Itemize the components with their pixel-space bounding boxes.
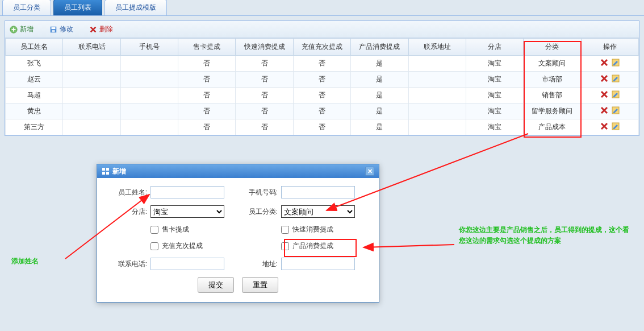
add-button[interactable]: 新增 — [10, 24, 34, 34]
table-cell: 淘宝 — [466, 56, 523, 72]
svg-rect-11 — [102, 172, 105, 175]
table-cell — [63, 72, 120, 88]
column-header: 充值充次提成 — [293, 39, 350, 56]
table-cell — [120, 56, 178, 72]
table-cell — [408, 104, 466, 119]
table-cell: 是 — [351, 72, 408, 88]
employee-table: 员工姓名联系电话手机号售卡提成快速消费提成充值充次提成产品消费提成联系地址分店分… — [5, 38, 639, 135]
row-delete-icon[interactable] — [600, 59, 608, 68]
tab-list[interactable]: 员工列表 — [53, 0, 102, 15]
category-select[interactable]: 文案顾问 — [281, 205, 355, 218]
table-cell — [63, 88, 120, 104]
table-row[interactable]: 赵云否否否是淘宝市场部 — [6, 72, 639, 88]
fast-commission-checkbox[interactable] — [281, 226, 289, 234]
table-cell — [120, 88, 178, 104]
product-commission-checkbox[interactable] — [281, 242, 289, 250]
annotation-right: 你您这边主要是产品销售之后，员工得到的提成，这个看您这边的需求勾选这个提成的方案 — [459, 225, 635, 246]
charge-commission-checkbox[interactable] — [150, 242, 158, 250]
address-input[interactable] — [281, 258, 355, 270]
tab-category[interactable]: 员工分类 — [2, 0, 51, 15]
dialog-titlebar: 新增 ✕ — [97, 164, 379, 178]
table-cell — [120, 104, 178, 119]
svg-rect-2 — [52, 27, 56, 29]
row-delete-icon[interactable] — [600, 106, 608, 116]
column-header: 手机号 — [120, 39, 178, 56]
table-cell: 否 — [293, 119, 350, 135]
column-header: 产品消费提成 — [351, 39, 408, 56]
table-cell: 是 — [351, 119, 408, 135]
row-edit-icon[interactable] — [612, 59, 620, 68]
table-cell: 淘宝 — [466, 72, 523, 88]
table-cell: 否 — [293, 88, 350, 104]
add-dialog: 新增 ✕ 员工姓名: 手机号码: 分店: 淘宝 员工分类: — [97, 164, 379, 303]
operation-cell — [581, 88, 638, 104]
table-row[interactable]: 马超否否否是淘宝销售部 — [6, 88, 639, 104]
table-cell: 否 — [178, 88, 236, 104]
grid-icon — [102, 167, 110, 175]
table-cell: 文案顾问 — [524, 56, 581, 72]
reset-button[interactable]: 重置 — [242, 277, 278, 293]
operation-cell — [581, 104, 638, 119]
row-edit-icon[interactable] — [612, 90, 620, 100]
save-icon — [49, 26, 57, 34]
edit-button[interactable]: 修改 — [49, 24, 73, 34]
row-edit-icon[interactable] — [612, 106, 620, 116]
charge-commission-label: 充值充次提成 — [162, 241, 203, 251]
row-edit-icon[interactable] — [612, 122, 620, 132]
delete-label: 删除 — [99, 24, 113, 34]
table-cell — [120, 119, 178, 135]
delete-button[interactable]: 删除 — [89, 24, 113, 34]
x-icon — [89, 26, 97, 34]
table-cell: 淘宝 — [466, 119, 523, 135]
table-cell: 否 — [178, 119, 236, 135]
shop-label: 分店: — [107, 207, 147, 217]
table-cell: 否 — [293, 104, 350, 119]
submit-button[interactable]: 提交 — [198, 277, 234, 293]
fast-commission-label: 快速消费提成 — [292, 225, 333, 234]
tab-template[interactable]: 员工提成模版 — [104, 0, 167, 15]
dialog-title: 新增 — [112, 167, 126, 176]
svg-rect-10 — [106, 168, 109, 171]
plus-icon — [10, 26, 18, 34]
card-commission-checkbox[interactable] — [150, 226, 158, 234]
table-cell: 马超 — [6, 88, 63, 104]
table-cell: 淘宝 — [466, 88, 523, 104]
table-cell — [408, 56, 466, 72]
column-header: 售卡提成 — [178, 39, 236, 56]
name-label: 员工姓名: — [107, 188, 147, 197]
table-cell — [63, 119, 120, 135]
svg-rect-3 — [52, 30, 55, 32]
table-cell: 否 — [178, 104, 236, 119]
product-commission-label: 产品消费提成 — [292, 241, 333, 251]
table-cell: 销售部 — [524, 88, 581, 104]
table-cell: 否 — [293, 56, 350, 72]
row-edit-icon[interactable] — [612, 75, 620, 84]
table-row[interactable]: 张飞否否否是淘宝文案顾问 — [6, 56, 639, 72]
column-header: 联系地址 — [408, 39, 466, 56]
phone-input[interactable] — [150, 258, 224, 270]
table-cell: 否 — [236, 72, 293, 88]
table-cell — [63, 104, 120, 119]
table-cell: 是 — [351, 88, 408, 104]
category-label: 员工分类: — [238, 207, 278, 217]
row-delete-icon[interactable] — [600, 90, 608, 100]
shop-select[interactable]: 淘宝 — [150, 205, 224, 218]
table-cell: 产品成本 — [524, 119, 581, 135]
annotation-left: 添加姓名 — [11, 256, 39, 267]
table-cell: 否 — [236, 88, 293, 104]
column-header: 操作 — [581, 39, 638, 56]
column-header: 分类 — [524, 39, 581, 56]
row-delete-icon[interactable] — [600, 122, 608, 132]
table-cell: 市场部 — [524, 72, 581, 88]
dialog-close-button[interactable]: ✕ — [365, 167, 374, 176]
operation-cell — [581, 56, 638, 72]
name-input[interactable] — [150, 186, 224, 198]
table-row[interactable]: 第三方否否否是淘宝产品成本 — [6, 119, 639, 135]
table-row[interactable]: 黄忠否否否是淘宝留学服务顾问 — [6, 104, 639, 119]
table-cell — [408, 119, 466, 135]
table-cell: 黄忠 — [6, 104, 63, 119]
tab-bar: 员工分类 员工列表 员工提成模版 — [0, 0, 644, 16]
mobile-input[interactable] — [281, 186, 355, 198]
add-label: 新增 — [20, 24, 34, 34]
row-delete-icon[interactable] — [600, 75, 608, 84]
